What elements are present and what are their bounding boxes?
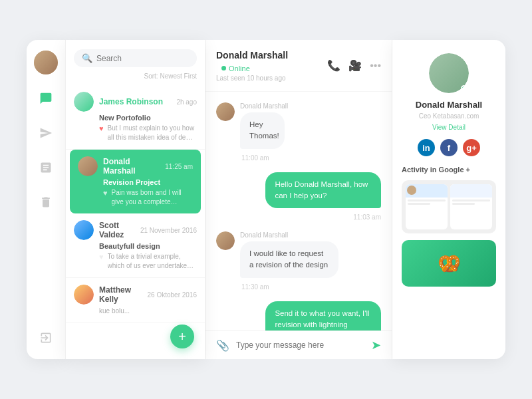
attachment-icon[interactable]: 📎 bbox=[216, 339, 229, 352]
send-button[interactable]: ➤ bbox=[371, 338, 381, 352]
message-input[interactable] bbox=[236, 340, 364, 350]
msg-sender-1: Donald Marshall bbox=[240, 102, 304, 110]
search-wrapper[interactable]: 🔍 bbox=[74, 49, 197, 67]
message-group-2: Hello Donald Marshall, how can I help yo… bbox=[216, 172, 381, 224]
chat-input-area: 📎 ➤ bbox=[205, 331, 392, 359]
more-options-icon[interactable]: ••• bbox=[370, 60, 381, 72]
online-dot bbox=[221, 66, 226, 70]
profile-view-detail[interactable]: View Detail bbox=[432, 124, 466, 131]
conversation-list: James Robinson 2h ago New Portofolio ♥ B… bbox=[66, 85, 205, 359]
conv-preview-donald: Pain was born and I will give you a comp… bbox=[112, 188, 193, 207]
conv-time-scott: 21 November 2016 bbox=[140, 227, 197, 234]
conv-time-james: 2h ago bbox=[176, 98, 197, 106]
msg-time-2: 11:03 am bbox=[353, 213, 381, 221]
activity-label: Activity in Google + bbox=[402, 166, 470, 174]
user-avatar[interactable] bbox=[34, 51, 58, 74]
profile-name: Donald Marshall bbox=[416, 100, 482, 110]
conv-heart-donald: ♥ bbox=[103, 189, 108, 197]
conv-subject-donald: Revision Project bbox=[78, 178, 193, 186]
message-group-4: Send it to what you want, I'll revision … bbox=[216, 301, 381, 331]
conv-time-donald: 11:25 am bbox=[165, 163, 193, 170]
sort-label: Sort: Newest First bbox=[66, 72, 205, 85]
nav-logout-icon[interactable] bbox=[35, 327, 57, 348]
conv-subject-james: New Portofolio bbox=[74, 114, 197, 122]
nav-send-icon[interactable] bbox=[35, 122, 57, 144]
msg-bubble-2: Hello Donald Marshall, how can I help yo… bbox=[265, 172, 381, 209]
activity-mini-avatar bbox=[407, 186, 416, 195]
conv-name-donald: Donald Marshall bbox=[103, 157, 160, 176]
profile-panel: Donald Marshall Ceo Ketabasan.com View D… bbox=[392, 40, 505, 359]
profile-avatar bbox=[429, 53, 469, 93]
msg-sender-3: Donald Marshall bbox=[240, 231, 381, 239]
activity-image-2: 🥨 NYS•MATEDOWNLOAD NOW bbox=[402, 240, 496, 287]
online-status: Online bbox=[221, 65, 250, 72]
search-bar: 🔍 bbox=[66, 40, 205, 72]
conv-time-matthew: 26 Oktober 2016 bbox=[148, 291, 198, 299]
call-icon[interactable]: 📞 bbox=[327, 59, 340, 72]
chat-header-info: Donald Marshall Online Last seen 10 hour… bbox=[216, 49, 321, 82]
conv-avatar-scott bbox=[74, 220, 94, 240]
nav-document-icon[interactable] bbox=[35, 157, 57, 178]
message-group-1: Donald Marshall Hey Thomas! 11:00 am bbox=[216, 102, 381, 164]
conv-avatar-james bbox=[74, 92, 94, 112]
activity-image-1 bbox=[402, 180, 496, 233]
conv-heart-scott: ♥ bbox=[99, 253, 104, 261]
conv-name-james: James Robinson bbox=[99, 97, 171, 106]
msg-time-3: 11:30 am bbox=[216, 283, 269, 291]
conv-name-matthew: Matthew Kelly bbox=[99, 285, 142, 304]
search-input[interactable] bbox=[96, 54, 189, 63]
nav-chat-icon[interactable] bbox=[35, 88, 57, 109]
video-icon[interactable]: 🎥 bbox=[348, 59, 362, 72]
conv-preview-matthew: kue bolu... bbox=[99, 307, 130, 316]
chat-contact-name: Donald Marshall bbox=[216, 50, 288, 61]
conv-preview-james: But I must explain to you how all this m… bbox=[108, 124, 197, 142]
chat-header: Donald Marshall Online Last seen 10 hour… bbox=[205, 40, 392, 92]
activity-mini-card-2 bbox=[450, 184, 492, 229]
msg-bubble-1: Hey Thomas! bbox=[240, 112, 285, 149]
pretzel-icon: 🥨 bbox=[438, 253, 461, 275]
facebook-button[interactable]: f bbox=[440, 139, 458, 156]
search-icon: 🔍 bbox=[82, 53, 92, 63]
last-seen: Last seen 10 hours ago bbox=[216, 74, 321, 82]
linkedin-button[interactable]: in bbox=[418, 139, 435, 156]
profile-title: Ceo Ketabasan.com bbox=[419, 112, 479, 120]
new-conversation-button[interactable]: + bbox=[170, 325, 194, 348]
conv-subject-scott: Beautyfull design bbox=[74, 242, 197, 250]
conversations-panel: 🔍 Sort: Newest First James Robinson 2h a… bbox=[65, 40, 205, 359]
conv-avatar-matthew bbox=[74, 285, 94, 305]
message-group-3: Donald Marshall I would like to request … bbox=[216, 231, 381, 293]
chat-actions: 📞 🎥 ••• bbox=[327, 59, 381, 72]
profile-online-dot bbox=[461, 85, 467, 92]
profile-social: in f g+ bbox=[418, 139, 480, 156]
google-button[interactable]: g+ bbox=[463, 139, 480, 156]
msg-avatar-3 bbox=[216, 231, 235, 250]
conv-item-james[interactable]: James Robinson 2h ago New Portofolio ♥ B… bbox=[66, 85, 205, 150]
nav-trash-icon[interactable] bbox=[35, 192, 57, 213]
conv-avatar-donald bbox=[78, 156, 98, 176]
chat-messages: Donald Marshall Hey Thomas! 11:00 am Hel… bbox=[205, 92, 392, 331]
conv-item-scott[interactable]: Scott Valdez 21 November 2016 Beautyfull… bbox=[66, 213, 205, 278]
conv-heart-james: ♥ bbox=[99, 124, 104, 132]
conv-preview-scott: To take a trivial example, which of us e… bbox=[108, 252, 197, 271]
chat-panel: Donald Marshall Online Last seen 10 hour… bbox=[205, 40, 392, 359]
conv-item-matthew[interactable]: Matthew Kelly 26 Oktober 2016 kue bolu..… bbox=[66, 278, 205, 323]
msg-bubble-4: Send it to what you want, I'll revision … bbox=[265, 301, 381, 331]
nav-sidebar bbox=[27, 40, 65, 359]
conv-name-scott: Scott Valdez bbox=[99, 221, 135, 239]
msg-bubble-3: I would like to request a revision of th… bbox=[240, 241, 338, 278]
conv-item-donald[interactable]: Donald Marshall 11:25 am Revision Projec… bbox=[70, 150, 201, 213]
msg-time-1: 11:00 am bbox=[216, 154, 269, 162]
msg-avatar-1 bbox=[216, 102, 235, 121]
